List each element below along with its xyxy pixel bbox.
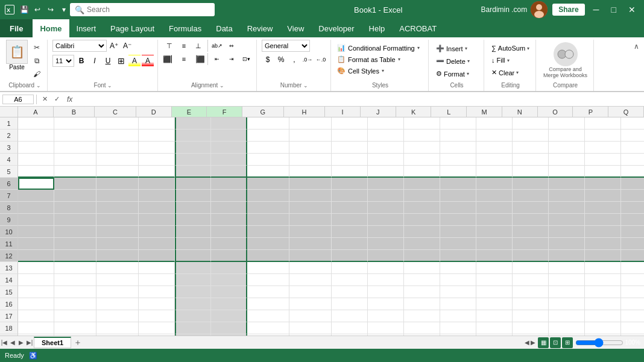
col-header-K[interactable]: K [396, 107, 432, 117]
cell-J11[interactable] [368, 238, 404, 250]
cell-C15[interactable] [96, 286, 139, 298]
cell-G18[interactable] [247, 322, 289, 334]
conditional-formatting-button[interactable]: 📊 Conditional Formatting ▾ [336, 43, 421, 52]
cell-A1[interactable] [18, 117, 54, 130]
col-header-F[interactable]: F [207, 107, 242, 117]
cell-N12[interactable] [513, 250, 549, 262]
cell-F11[interactable] [211, 238, 247, 250]
decrease-indent-button[interactable]: ⇤ [210, 53, 224, 65]
cell-N18[interactable] [513, 322, 549, 334]
row-number-6[interactable]: 6 [0, 178, 18, 190]
cell-C12[interactable] [96, 250, 139, 262]
last-sheet-button[interactable]: ▶| [25, 339, 34, 347]
cell-L18[interactable] [440, 322, 476, 334]
cell-J1[interactable] [368, 117, 404, 130]
cell-K3[interactable] [404, 142, 440, 154]
cell-L13[interactable] [440, 262, 476, 274]
cell-O11[interactable] [549, 238, 585, 250]
col-header-P[interactable]: P [573, 107, 608, 117]
cell-D6[interactable] [139, 178, 175, 190]
cell-O2[interactable] [549, 130, 585, 142]
cell-K15[interactable] [404, 286, 440, 298]
cell-Q3[interactable] [621, 142, 644, 154]
cell-J8[interactable] [368, 202, 404, 214]
format-painter-button[interactable]: 🖌 [30, 69, 43, 80]
cell-J6[interactable] [368, 178, 404, 190]
cell-I10[interactable] [332, 226, 368, 238]
dec-inc-button[interactable]: .0→ [301, 54, 314, 66]
cell-J15[interactable] [368, 286, 404, 298]
clear-button[interactable]: ✕ Clear ▾ [489, 67, 521, 78]
col-header-L[interactable]: L [431, 107, 467, 117]
cell-A14[interactable] [18, 274, 54, 286]
cell-H1[interactable] [289, 117, 332, 130]
cell-Q12[interactable] [621, 250, 644, 262]
cell-C1[interactable] [96, 117, 139, 130]
cell-A15[interactable] [18, 286, 54, 298]
cell-E9[interactable] [175, 214, 211, 226]
cell-B13[interactable] [54, 262, 96, 274]
page-break-view-button[interactable]: ⊞ [562, 337, 573, 348]
row-number-13[interactable]: 13 [0, 262, 18, 274]
row-number-14[interactable]: 14 [0, 274, 18, 286]
cell-G15[interactable] [247, 286, 289, 298]
cell-C17[interactable] [96, 310, 139, 322]
row-number-3[interactable]: 3 [0, 142, 18, 154]
cell-G17[interactable] [247, 310, 289, 322]
tab-file[interactable]: File [0, 19, 33, 37]
cell-B9[interactable] [54, 214, 96, 226]
cell-E17[interactable] [175, 310, 211, 322]
tab-developer[interactable]: Developer [311, 19, 361, 37]
cell-A3[interactable] [18, 142, 54, 154]
cell-E5[interactable] [175, 166, 211, 178]
save-button[interactable]: 💾 [18, 4, 30, 16]
cell-C10[interactable] [96, 226, 139, 238]
search-input[interactable] [87, 5, 210, 14]
tab-home[interactable]: Home [33, 19, 69, 37]
tab-data[interactable]: Data [209, 19, 239, 37]
cell-H16[interactable] [289, 298, 332, 310]
cell-Q11[interactable] [621, 238, 644, 250]
cell-F14[interactable] [211, 274, 247, 286]
row-number-11[interactable]: 11 [0, 238, 18, 250]
cell-M3[interactable] [476, 142, 513, 154]
tab-insert[interactable]: Insert [69, 19, 104, 37]
cell-A13[interactable] [18, 262, 54, 274]
cell-G1[interactable] [247, 117, 289, 130]
cell-E6[interactable] [175, 178, 211, 190]
cell-P6[interactable] [585, 178, 621, 190]
cell-L16[interactable] [440, 298, 476, 310]
cell-H3[interactable] [289, 142, 332, 154]
cell-L8[interactable] [440, 202, 476, 214]
insert-cells-button[interactable]: ➕ Insert ▾ [434, 43, 470, 54]
cell-C13[interactable] [96, 262, 139, 274]
bold-button[interactable]: B [75, 55, 87, 67]
cell-I14[interactable] [332, 274, 368, 286]
cell-J16[interactable] [368, 298, 404, 310]
cell-O18[interactable] [549, 322, 585, 334]
cell-D13[interactable] [139, 262, 175, 274]
cell-F16[interactable] [211, 298, 247, 310]
cell-G7[interactable] [247, 190, 289, 202]
cell-P12[interactable] [585, 250, 621, 262]
first-sheet-button[interactable]: |◀ [0, 339, 8, 347]
cut-button[interactable]: ✂ [30, 42, 43, 53]
cell-F1[interactable] [211, 117, 247, 130]
cell-J2[interactable] [368, 130, 404, 142]
cell-D7[interactable] [139, 190, 175, 202]
cell-P15[interactable] [585, 286, 621, 298]
cell-Q5[interactable] [621, 166, 644, 178]
col-header-J[interactable]: J [361, 107, 396, 117]
cell-Q6[interactable] [621, 178, 644, 190]
cell-B18[interactable] [54, 322, 96, 334]
cell-E18[interactable] [175, 322, 211, 334]
cell-H14[interactable] [289, 274, 332, 286]
cell-P3[interactable] [585, 142, 621, 154]
cell-M1[interactable] [476, 117, 513, 130]
cell-M9[interactable] [476, 214, 513, 226]
autosum-button[interactable]: ∑ AutoSum ▾ [489, 43, 532, 53]
cell-I8[interactable] [332, 202, 368, 214]
cell-H7[interactable] [289, 190, 332, 202]
cell-K6[interactable] [404, 178, 440, 190]
cell-N8[interactable] [513, 202, 549, 214]
